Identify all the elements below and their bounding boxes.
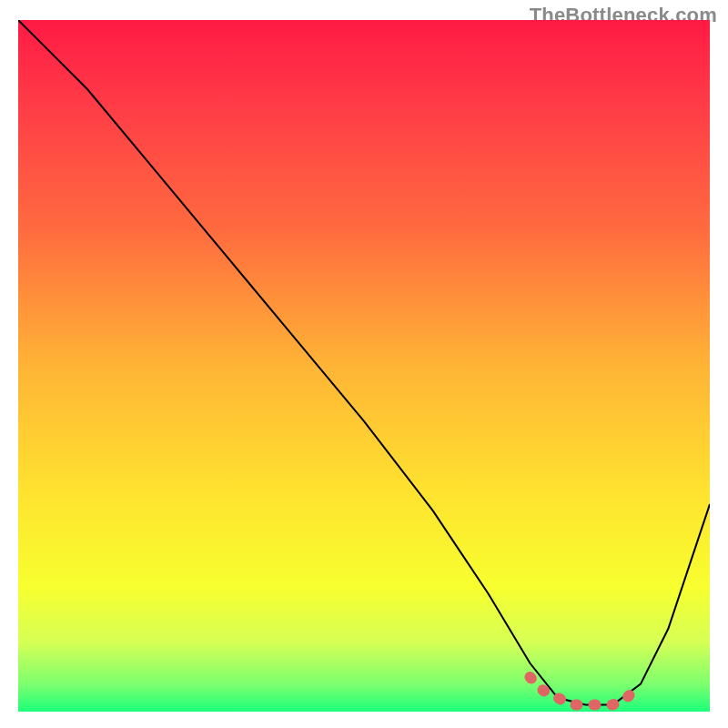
chart-frame: TheBottleneck.com: [0, 0, 728, 728]
plot-area: [18, 20, 710, 712]
chart-svg: [18, 20, 710, 712]
gradient-background: [18, 20, 710, 712]
